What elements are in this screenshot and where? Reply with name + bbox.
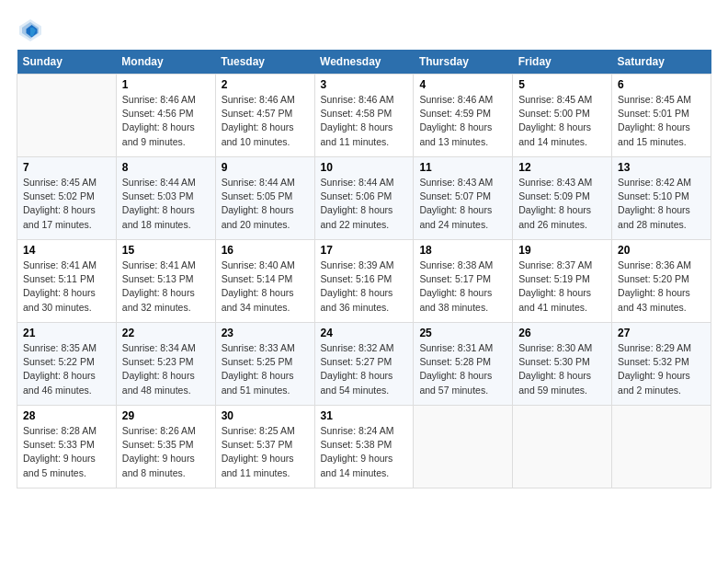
sunset-text: Sunset: 5:00 PM [518,107,606,121]
day-cell: 12Sunrise: 8:43 AMSunset: 5:09 PMDayligh… [513,157,612,240]
sunset-text: Sunset: 5:35 PM [122,438,210,452]
day-info: Sunrise: 8:44 AMSunset: 5:05 PMDaylight:… [222,176,309,232]
sunrise-text: Sunrise: 8:45 AM [23,176,110,190]
sunrise-text: Sunrise: 8:44 AM [321,176,408,190]
daylight-line2: and 5 minutes. [23,466,110,480]
day-cell: 17Sunrise: 8:39 AMSunset: 5:16 PMDayligh… [314,240,414,323]
day-cell: 25Sunrise: 8:31 AMSunset: 5:28 PMDayligh… [414,323,513,406]
day-number: 4 [419,78,506,91]
sunset-text: Sunset: 5:37 PM [222,438,309,452]
daylight-line1: Daylight: 8 hours [222,369,309,383]
sunset-text: Sunset: 5:03 PM [122,190,210,203]
daylight-line2: and 24 minutes. [419,218,506,232]
day-cell: 22Sunrise: 8:34 AMSunset: 5:23 PMDayligh… [116,323,215,406]
sunrise-text: Sunrise: 8:30 AM [518,341,606,355]
sunset-text: Sunset: 5:20 PM [618,272,705,286]
header-cell-monday: Monday [116,50,215,75]
sunrise-text: Sunrise: 8:32 AM [321,341,408,355]
day-cell: 11Sunrise: 8:43 AMSunset: 5:07 PMDayligh… [414,157,513,240]
day-number: 11 [419,161,506,174]
daylight-line1: Daylight: 8 hours [618,286,705,300]
calendar-table: SundayMondayTuesdayWednesdayThursdayFrid… [17,50,711,488]
day-cell: 28Sunrise: 8:28 AMSunset: 5:33 PMDayligh… [17,406,117,488]
daylight-line1: Daylight: 8 hours [222,203,309,217]
day-info: Sunrise: 8:39 AMSunset: 5:16 PMDaylight:… [321,259,408,315]
day-info: Sunrise: 8:41 AMSunset: 5:11 PMDaylight:… [23,259,110,315]
day-info: Sunrise: 8:30 AMSunset: 5:30 PMDaylight:… [518,341,606,397]
day-info: Sunrise: 8:43 AMSunset: 5:09 PMDaylight:… [518,176,606,232]
day-number: 12 [518,161,606,174]
sunrise-text: Sunrise: 8:44 AM [222,176,309,190]
sunset-text: Sunset: 5:14 PM [222,272,309,286]
week-row-3: 14Sunrise: 8:41 AMSunset: 5:11 PMDayligh… [17,240,711,323]
daylight-line2: and 48 minutes. [122,384,210,397]
daylight-line2: and 30 minutes. [23,301,110,315]
daylight-line2: and 38 minutes. [419,301,506,315]
day-number: 9 [222,161,309,174]
daylight-line2: and 20 minutes. [222,218,309,232]
day-info: Sunrise: 8:46 AMSunset: 4:56 PMDaylight:… [122,93,210,149]
day-cell: 14Sunrise: 8:41 AMSunset: 5:11 PMDayligh… [17,240,117,323]
sunset-text: Sunset: 5:13 PM [122,272,210,286]
header-cell-sunday: Sunday [17,50,117,75]
day-cell: 20Sunrise: 8:36 AMSunset: 5:20 PMDayligh… [612,240,711,323]
day-info: Sunrise: 8:45 AMSunset: 5:00 PMDaylight:… [518,93,606,149]
day-info: Sunrise: 8:24 AMSunset: 5:38 PMDaylight:… [321,424,408,480]
logo-icon [17,17,44,44]
day-number: 8 [122,161,210,174]
daylight-line2: and 8 minutes. [122,466,210,480]
sunrise-text: Sunrise: 8:39 AM [321,259,408,272]
daylight-line1: Daylight: 8 hours [321,369,408,383]
sunrise-text: Sunrise: 8:28 AM [23,424,110,438]
page: SundayMondayTuesdayWednesdayThursdayFrid… [0,0,728,498]
sunset-text: Sunset: 5:02 PM [23,190,110,203]
sunrise-text: Sunrise: 8:46 AM [321,93,408,107]
day-number: 16 [222,244,309,257]
daylight-line2: and 41 minutes. [518,301,606,315]
header-cell-tuesday: Tuesday [215,50,314,75]
sunset-text: Sunset: 5:11 PM [23,272,110,286]
day-number: 30 [222,409,309,422]
daylight-line2: and 59 minutes. [518,384,606,397]
day-info: Sunrise: 8:41 AMSunset: 5:13 PMDaylight:… [122,259,210,315]
day-cell: 29Sunrise: 8:26 AMSunset: 5:35 PMDayligh… [116,406,215,488]
calendar-header: SundayMondayTuesdayWednesdayThursdayFrid… [17,50,711,75]
daylight-line2: and 43 minutes. [618,301,705,315]
sunset-text: Sunset: 5:38 PM [321,438,408,452]
daylight-line2: and 54 minutes. [321,384,408,397]
sunset-text: Sunset: 5:30 PM [518,355,606,369]
sunset-text: Sunset: 5:16 PM [321,272,408,286]
day-number: 13 [618,161,705,174]
daylight-line1: Daylight: 8 hours [321,203,408,217]
sunrise-text: Sunrise: 8:41 AM [122,259,210,272]
daylight-line2: and 57 minutes. [419,384,506,397]
day-cell: 9Sunrise: 8:44 AMSunset: 5:05 PMDaylight… [215,157,314,240]
sunset-text: Sunset: 5:28 PM [419,355,506,369]
day-number: 19 [518,244,606,257]
day-cell: 24Sunrise: 8:32 AMSunset: 5:27 PMDayligh… [314,323,414,406]
header-row: SundayMondayTuesdayWednesdayThursdayFrid… [17,50,711,75]
daylight-line1: Daylight: 8 hours [518,286,606,300]
daylight-line1: Daylight: 8 hours [518,121,606,134]
day-number: 17 [321,244,408,257]
day-cell: 8Sunrise: 8:44 AMSunset: 5:03 PMDaylight… [116,157,215,240]
sunset-text: Sunset: 4:58 PM [321,107,408,121]
day-number: 24 [321,327,408,339]
day-number: 20 [618,244,705,257]
day-number: 7 [23,161,110,174]
sunrise-text: Sunrise: 8:43 AM [518,176,606,190]
sunrise-text: Sunrise: 8:42 AM [618,176,705,190]
day-info: Sunrise: 8:46 AMSunset: 4:58 PMDaylight:… [321,93,408,149]
day-cell: 7Sunrise: 8:45 AMSunset: 5:02 PMDaylight… [17,157,117,240]
day-cell: 4Sunrise: 8:46 AMSunset: 4:59 PMDaylight… [414,75,513,157]
daylight-line1: Daylight: 8 hours [222,286,309,300]
day-info: Sunrise: 8:35 AMSunset: 5:22 PMDaylight:… [23,341,110,397]
day-info: Sunrise: 8:44 AMSunset: 5:03 PMDaylight:… [122,176,210,232]
day-number: 29 [122,409,210,422]
header-cell-saturday: Saturday [612,50,711,75]
day-number: 2 [222,78,309,91]
sunset-text: Sunset: 4:57 PM [222,107,309,121]
day-info: Sunrise: 8:42 AMSunset: 5:10 PMDaylight:… [618,176,705,232]
sunrise-text: Sunrise: 8:24 AM [321,424,408,438]
header [17,17,711,44]
